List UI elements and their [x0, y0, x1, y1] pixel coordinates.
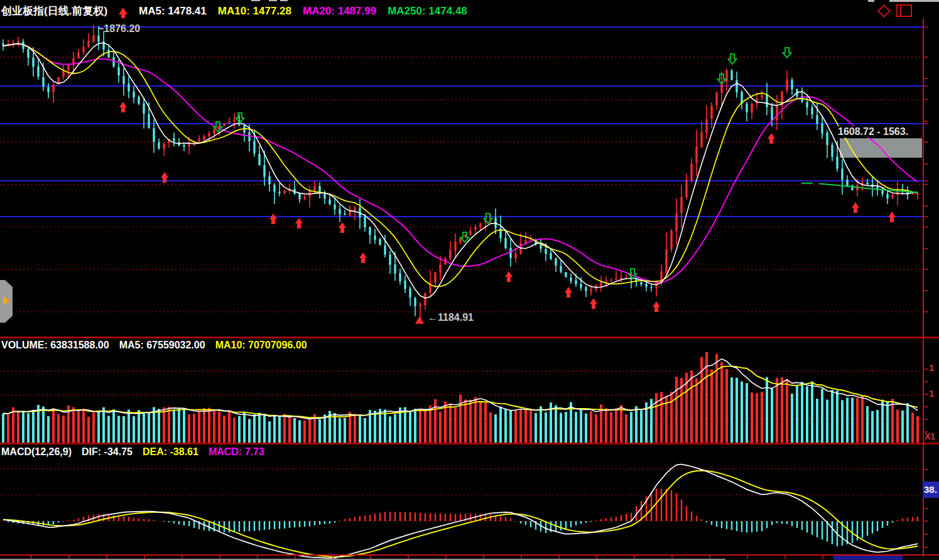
sidebar-expand-handle[interactable] — [0, 280, 13, 323]
volume-header: VOLUME: 63831588.00 MA5: 67559032.00 MA1… — [1, 340, 307, 351]
top-edge-decoration — [251, 0, 260, 1]
split-window-icon-line — [900, 6, 901, 16]
volume-axis-fragment-2: 1 — [929, 388, 934, 399]
signal-up-arrow-icon — [119, 8, 128, 14]
ma10-value: MA10: 1477.28 — [218, 5, 291, 18]
volume-ma10-value: MA10: 70707096.00 — [215, 340, 307, 351]
macd-header: MACD(12,26,9) DIF: -34.75 DEA: -38.61 MA… — [1, 446, 264, 458]
dif-value: DIF: -34.75 — [82, 446, 133, 458]
gap-range-label: 1608.72 - 1563. — [837, 126, 909, 137]
chart-window: 创业板指(日线.前复权) MA5: 1478.41 MA10: 1477.28 … — [0, 0, 939, 560]
macd-params-label: MACD(12,26,9) — [1, 446, 72, 458]
main-header: 创业板指(日线.前复权) MA5: 1478.41 MA10: 1477.28 … — [1, 4, 467, 18]
dea-value: DEA: -38.61 — [143, 446, 198, 458]
split-window-icon[interactable] — [896, 4, 912, 17]
expand-arrow-icon — [3, 296, 9, 305]
top-edge-decoration — [280, 0, 288, 1]
high-price-label: ~1876.20 — [98, 23, 140, 35]
volume-ma5-value: MA5: 67559032.00 — [119, 340, 205, 351]
low-price-label: ←1184.91 — [428, 312, 474, 323]
macd-value: MACD: 7.73 — [209, 446, 264, 458]
top-edge-notch — [874, 0, 889, 2]
volume-multiplier-label: X1 — [925, 431, 935, 441]
ma250-value: MA250: 1474.48 — [388, 5, 467, 18]
page-title: 创业板指(日线.前复权) — [1, 4, 107, 18]
top-edge-decoration — [269, 0, 277, 1]
top-edge-decoration — [868, 0, 939, 2]
ma5-value: MA5: 1478.41 — [139, 5, 207, 18]
ma20-value: MA20: 1487.99 — [303, 5, 376, 18]
volume-axis-fragment-1: 1 — [929, 362, 934, 373]
macd-axis-badge: 38. — [923, 482, 939, 498]
volume-value: VOLUME: 63831588.00 — [1, 340, 109, 351]
chart-canvas[interactable] — [0, 0, 939, 560]
range-scrollbar[interactable] — [833, 556, 903, 560]
